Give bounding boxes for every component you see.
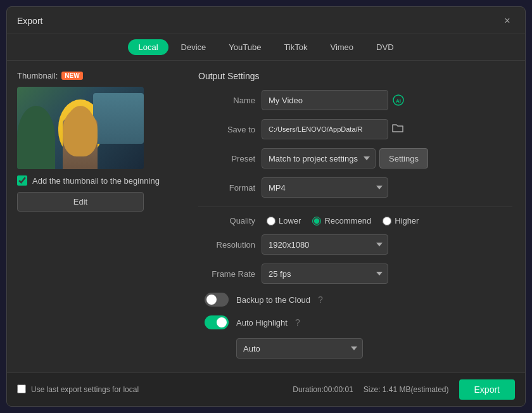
close-button[interactable]: × — [500, 13, 515, 29]
ai-button[interactable]: AI — [392, 94, 405, 106]
edit-thumbnail-button[interactable]: Edit — [17, 192, 144, 212]
output-settings-title: Output Settings — [198, 71, 512, 81]
resolution-row: Resolution 1920x1080 — [198, 234, 512, 255]
format-select[interactable]: MP4 — [262, 177, 388, 198]
quality-higher-radio[interactable] — [383, 217, 391, 226]
quality-lower-radio[interactable] — [267, 217, 276, 226]
save-path-input[interactable] — [262, 119, 388, 139]
auto-highlight-label: Auto Highlight — [236, 318, 288, 327]
add-thumbnail-row: Add the thumbnail to the beginning — [17, 175, 188, 186]
tab-youtube[interactable]: YouTube — [218, 39, 271, 55]
tab-device[interactable]: Device — [171, 39, 217, 55]
name-row: Name AI — [198, 90, 512, 110]
auto-highlight-help-icon[interactable]: ? — [295, 317, 300, 327]
main-content: Thumbnail: NEW Add the thumbnail to the … — [7, 61, 525, 372]
person-head — [68, 106, 93, 137]
format-row: Format MP4 — [198, 177, 512, 198]
auto-select-row: Auto — [205, 338, 512, 359]
quality-row: Quality Lower Recommend Higher — [198, 216, 512, 226]
quality-lower-label: Lower — [279, 216, 301, 226]
left-panel: Thumbnail: NEW Add the thumbnail to the … — [17, 71, 188, 362]
format-label: Format — [198, 183, 255, 193]
size-label: Size: — [364, 385, 381, 394]
preset-input-group: Match to project settings Settings — [262, 148, 428, 168]
quality-label: Quality — [198, 216, 255, 226]
use-last-settings-checkbox[interactable] — [17, 384, 26, 393]
quality-recommend-option[interactable]: Recommend — [312, 216, 371, 226]
thumbnail-section-label: Thumbnail: NEW — [17, 71, 188, 80]
resolution-label: Resolution — [198, 240, 255, 250]
dialog-title: Export — [17, 16, 42, 26]
use-last-settings-label[interactable]: Use last export settings for local — [31, 385, 139, 394]
thumbnail-image — [17, 87, 144, 169]
quality-lower-option[interactable]: Lower — [267, 216, 301, 226]
settings-button[interactable]: Settings — [379, 148, 428, 168]
preset-row: Preset Match to project settings Setting… — [198, 148, 512, 168]
auto-highlight-slider — [205, 315, 229, 329]
size-info: Size: 1.41 MB(estimated) — [364, 385, 449, 394]
add-thumbnail-label[interactable]: Add the thumbnail to the beginning — [32, 176, 160, 186]
auto-highlight-toggle-row: Auto Highlight ? — [205, 315, 512, 329]
water-decoration — [93, 93, 144, 144]
framerate-label: Frame Rate — [198, 269, 255, 279]
footer-right: Duration:00:00:01 Size: 1.41 MB(estimate… — [293, 379, 515, 400]
duration-value: 00:00:01 — [324, 385, 353, 394]
duration-label: Duration: — [293, 385, 324, 394]
trees-decoration — [17, 106, 55, 169]
thumbnail-text: Thumbnail: — [17, 71, 58, 80]
resolution-select[interactable]: 1920x1080 — [262, 234, 388, 255]
footer: Use last export settings for local Durat… — [7, 372, 525, 406]
size-value: 1.41 MB(estimated) — [383, 385, 449, 394]
framerate-select[interactable]: 25 fps — [262, 264, 388, 284]
preset-select[interactable]: Match to project settings — [262, 148, 376, 168]
backup-toggle-row: Backup to the Cloud ? — [205, 293, 512, 307]
svg-text:AI: AI — [396, 98, 401, 104]
divider — [198, 206, 512, 207]
quality-higher-option[interactable]: Higher — [383, 216, 419, 226]
name-label: Name — [198, 96, 255, 105]
browse-folder-button[interactable] — [392, 123, 403, 136]
name-input[interactable] — [262, 90, 388, 110]
person-body — [63, 118, 98, 169]
duration-info: Duration:00:00:01 — [293, 385, 353, 394]
save-to-input-group — [262, 119, 403, 139]
name-input-group: AI — [262, 90, 405, 110]
right-panel: Output Settings Name AI Save to — [198, 71, 515, 362]
quality-recommend-radio[interactable] — [312, 217, 321, 226]
quality-radio-group: Lower Recommend Higher — [267, 216, 419, 226]
quality-recommend-label: Recommend — [324, 216, 371, 226]
use-last-settings-checkbox-container — [17, 384, 26, 395]
tab-tiktok[interactable]: TikTok — [274, 39, 317, 55]
footer-left: Use last export settings for local — [17, 384, 139, 395]
toggle-section: Backup to the Cloud ? Auto Highlight ? A… — [198, 293, 512, 359]
export-dialog: Export × Local Device YouTube TikTok Vim… — [6, 6, 526, 407]
preset-label: Preset — [198, 154, 255, 163]
quality-higher-label: Higher — [395, 216, 419, 226]
auto-select[interactable]: Auto — [236, 338, 363, 359]
backup-label: Backup to the Cloud — [236, 295, 310, 305]
save-to-label: Save to — [198, 125, 255, 134]
backup-toggle[interactable] — [205, 293, 229, 307]
auto-highlight-toggle[interactable] — [205, 315, 229, 329]
tab-local[interactable]: Local — [128, 39, 168, 55]
backup-help-icon[interactable]: ? — [318, 295, 323, 305]
tab-vimeo[interactable]: Vimeo — [320, 39, 364, 55]
new-badge: NEW — [61, 72, 82, 80]
title-bar: Export × — [7, 7, 525, 34]
tab-dvd[interactable]: DVD — [366, 39, 403, 55]
save-to-row: Save to — [198, 119, 512, 139]
tab-bar: Local Device YouTube TikTok Vimeo DVD — [7, 34, 525, 61]
backup-slider — [205, 293, 229, 307]
add-thumbnail-checkbox[interactable] — [17, 175, 27, 186]
export-button[interactable]: Export — [459, 379, 515, 400]
framerate-row: Frame Rate 25 fps — [198, 264, 512, 284]
